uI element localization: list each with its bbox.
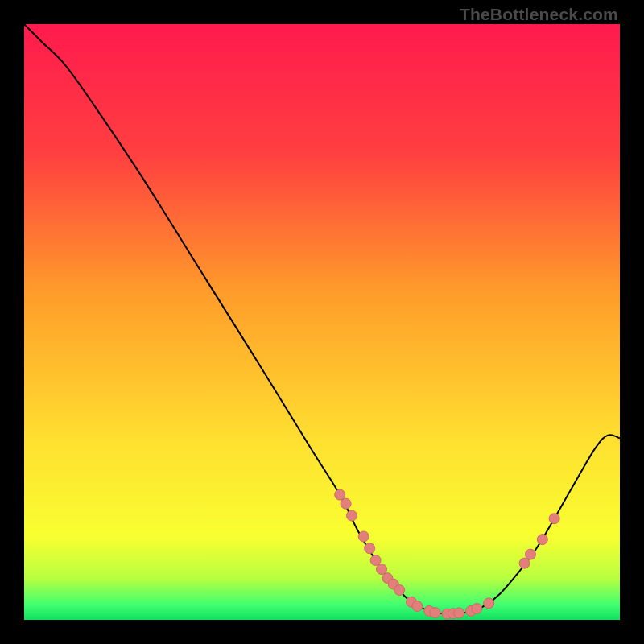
data-point — [377, 564, 387, 575]
data-point — [472, 603, 482, 613]
data-point — [549, 514, 559, 524]
plot-area — [24, 24, 620, 620]
data-point — [347, 510, 357, 521]
data-point — [484, 598, 494, 609]
data-point — [430, 608, 440, 618]
gradient-rect — [24, 24, 620, 620]
data-point — [454, 608, 464, 618]
data-point — [341, 498, 351, 509]
data-point — [519, 558, 530, 568]
chart-frame: TheBottleneck.com — [0, 0, 644, 644]
data-point — [358, 531, 369, 542]
data-point — [335, 489, 345, 500]
data-point — [394, 585, 405, 596]
attribution-text: TheBottleneck.com — [460, 5, 618, 24]
data-point — [526, 549, 536, 559]
data-point — [365, 543, 375, 554]
chart-svg — [24, 24, 620, 620]
data-point — [412, 601, 423, 611]
data-point — [370, 555, 381, 566]
data-point — [537, 535, 547, 545]
